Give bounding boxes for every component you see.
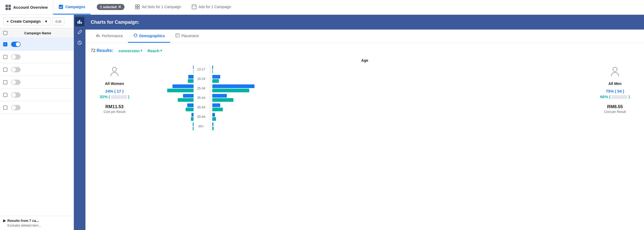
selected-count: 1 selected bbox=[100, 5, 117, 9]
conversion-selector[interactable]: conversion ▾ bbox=[118, 49, 142, 53]
row-toggle-6[interactable] bbox=[11, 105, 24, 110]
age-row: 25-34 bbox=[141, 85, 589, 92]
nav-tabs: Campaigns 1 selected ✕ Ad Sets for 1 Cam… bbox=[53, 0, 644, 15]
close-selected-icon[interactable]: ✕ bbox=[118, 5, 121, 9]
row-checkbox-1[interactable] bbox=[3, 42, 7, 46]
table-row[interactable] bbox=[0, 76, 74, 89]
tab-campaigns-label: Campaigns bbox=[65, 5, 85, 9]
table-row[interactable] bbox=[0, 101, 74, 114]
campaign-toggle-6[interactable] bbox=[11, 105, 21, 110]
center-dashed-line bbox=[210, 103, 210, 111]
tab-demographics[interactable]: Demographics bbox=[128, 30, 170, 43]
row-checkbox-6[interactable] bbox=[3, 106, 7, 110]
charts-header: Charts for Campaign: bbox=[85, 15, 644, 30]
campaigns-check-icon bbox=[59, 4, 63, 9]
charts-summary-row: 72 Results: conversion ▾ Reach ▾ bbox=[91, 48, 639, 53]
row-check-2[interactable] bbox=[3, 55, 11, 59]
age-row-left-bars bbox=[141, 122, 194, 130]
row-check-3[interactable] bbox=[3, 68, 11, 72]
history-icon-btn[interactable] bbox=[75, 38, 84, 47]
tab-adsets-label: Ad Sets for 1 Campaign bbox=[142, 5, 181, 9]
create-dropdown-arrow[interactable]: ▾ bbox=[43, 19, 47, 23]
tab-ads[interactable]: Ads for 1 Campaign bbox=[186, 0, 237, 15]
row-check-6[interactable] bbox=[3, 106, 11, 110]
results-footer-label: Results from 7 ca... bbox=[7, 219, 39, 223]
women-teal-bar bbox=[193, 70, 194, 73]
svg-point-20 bbox=[136, 35, 137, 36]
reach-selector[interactable]: Reach ▾ bbox=[147, 49, 162, 53]
bar-chart-icon-btn[interactable] bbox=[75, 17, 84, 26]
age-row-left-bars bbox=[141, 103, 194, 111]
svg-point-23 bbox=[613, 67, 617, 71]
row-checkbox-5[interactable] bbox=[3, 93, 7, 97]
men-cost-label: Cost per Result bbox=[604, 110, 626, 114]
women-blue-bar bbox=[193, 122, 194, 126]
row-toggle-3[interactable] bbox=[11, 67, 24, 72]
row-checkbox-3[interactable] bbox=[3, 68, 7, 72]
row-toggle-2[interactable] bbox=[11, 54, 24, 60]
table-row[interactable] bbox=[0, 51, 74, 63]
table-row[interactable] bbox=[0, 38, 74, 51]
age-row: 45-54 bbox=[141, 104, 589, 111]
row-checkbox-4[interactable] bbox=[3, 80, 7, 84]
select-all-checkbox[interactable] bbox=[3, 31, 7, 35]
men-panel: All Men 75% ( 54 ) 66% ( ) RM8.55 Cost p… bbox=[591, 58, 639, 114]
reach-label: Reach bbox=[147, 49, 159, 53]
account-overview[interactable]: Account Overview bbox=[0, 0, 53, 15]
svg-point-22 bbox=[112, 67, 117, 71]
center-dashed-line bbox=[210, 94, 210, 102]
campaign-toggle-5[interactable] bbox=[11, 92, 21, 98]
women-teal-bar bbox=[191, 117, 194, 121]
campaign-toggle-3[interactable] bbox=[11, 67, 21, 72]
row-check-5[interactable] bbox=[3, 93, 11, 97]
campaign-toggle-1[interactable] bbox=[11, 42, 21, 47]
age-row: 65+ bbox=[141, 123, 589, 130]
men-pct-stat: 75% ( 54 ) bbox=[606, 89, 624, 93]
tab-placement[interactable]: Placement bbox=[170, 30, 204, 43]
age-group-label: 45-54 bbox=[195, 106, 208, 109]
table-row[interactable] bbox=[0, 89, 74, 101]
results-number: 72 bbox=[91, 48, 95, 53]
results-footer-title[interactable]: ▶ Results from 7 ca... bbox=[3, 219, 70, 223]
results-footer-sub: Excludes deleted item... bbox=[3, 224, 70, 227]
age-row-left-bars bbox=[141, 94, 194, 102]
svg-rect-15 bbox=[96, 35, 97, 37]
campaign-toggle-2[interactable] bbox=[11, 54, 21, 60]
tab-adsets[interactable]: Ad Sets for 1 Campaign bbox=[130, 0, 186, 15]
women-cost: RM11.53 bbox=[105, 104, 124, 109]
row-toggle-1[interactable] bbox=[11, 42, 24, 47]
tab-campaigns[interactable]: Campaigns bbox=[53, 0, 90, 15]
men-teal-bar bbox=[212, 70, 213, 73]
women-panel: All Women 24% ( 17 ) 32% ( ) RM11.53 Cos… bbox=[91, 58, 138, 114]
results-count-display: 72 Results: bbox=[91, 48, 113, 53]
age-row-right-bars bbox=[212, 122, 265, 130]
row-toggle-5[interactable] bbox=[11, 92, 24, 98]
women-pct-stat: 24% ( 17 ) bbox=[105, 89, 123, 93]
charts-content: 72 Results: conversion ▾ Reach ▾ bbox=[85, 43, 644, 230]
svg-rect-0 bbox=[6, 5, 8, 7]
results-footer: ▶ Results from 7 ca... Excludes deleted … bbox=[0, 216, 74, 230]
svg-rect-9 bbox=[192, 5, 196, 9]
svg-rect-8 bbox=[138, 7, 140, 9]
age-row-right-bars bbox=[212, 84, 265, 92]
row-check-4[interactable] bbox=[3, 80, 11, 84]
svg-rect-3 bbox=[8, 8, 11, 10]
header-check bbox=[3, 31, 11, 35]
svg-point-19 bbox=[134, 35, 135, 36]
campaign-toggle-4[interactable] bbox=[11, 80, 21, 85]
age-group-label: 13-17 bbox=[195, 68, 208, 71]
table-row[interactable] bbox=[0, 63, 74, 76]
create-campaign-button[interactable]: + Create Campaign ▾ bbox=[3, 17, 50, 25]
row-checkbox-2[interactable] bbox=[3, 55, 7, 59]
selected-badge[interactable]: 1 selected ✕ bbox=[97, 4, 124, 10]
row-check-1[interactable] bbox=[3, 42, 11, 46]
svg-rect-12 bbox=[79, 20, 80, 24]
men-teal-bar bbox=[212, 108, 223, 111]
charts-header-label: Charts for Campaign: bbox=[91, 20, 139, 25]
edit-button[interactable]: Edit bbox=[52, 18, 64, 25]
row-toggle-4[interactable] bbox=[11, 80, 24, 85]
women-teal-bar bbox=[186, 108, 194, 111]
age-row: 35-44 bbox=[141, 94, 589, 102]
tab-performance[interactable]: Performance bbox=[91, 30, 128, 43]
edit-icon-btn[interactable] bbox=[75, 27, 84, 37]
